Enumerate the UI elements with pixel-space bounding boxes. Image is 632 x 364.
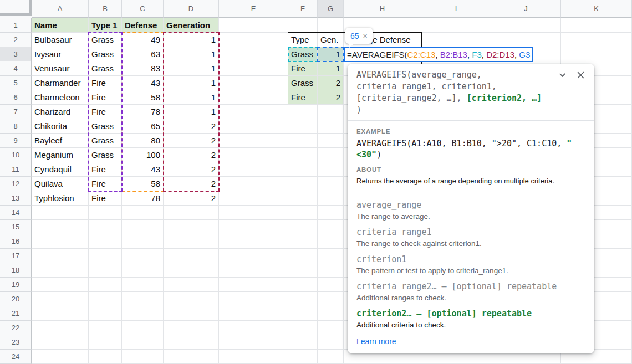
cell-G17[interactable] [318,249,344,263]
row-header-17[interactable]: 17 [0,249,32,263]
cell-D19[interactable] [164,278,219,292]
cell-B24[interactable] [89,350,122,364]
row-header-15[interactable]: 15 [0,220,32,234]
cell-D10[interactable]: 2 [164,148,219,162]
cell-B3[interactable]: Grass [89,47,122,61]
cell-A5[interactable]: Charmander [32,76,89,90]
cell-K3[interactable] [561,47,632,61]
cell-C22[interactable] [122,321,164,335]
cell-F8[interactable] [288,119,318,134]
cell-F17[interactable] [288,249,318,263]
cell-C6[interactable]: 58 [122,90,164,105]
cell-J1[interactable] [491,18,561,33]
cell-E3[interactable] [219,47,288,61]
cell-B13[interactable]: Fire [89,191,122,206]
cell-B9[interactable]: Grass [89,134,122,148]
cell-A18[interactable] [32,263,89,278]
cell-G6[interactable]: 2 [318,90,344,105]
row-header-20[interactable]: 20 [0,292,32,306]
cell-A6[interactable]: Charmeleon [32,90,89,105]
formula-input[interactable]: =AVERAGEIFS(C2:C13, B2:B13, F3, D2:D13, … [344,47,533,62]
cell-A19[interactable] [32,278,89,292]
cell-F20[interactable] [288,292,318,306]
cell-F6[interactable]: Fire [288,90,318,105]
cell-C5[interactable]: 43 [122,76,164,90]
cell-F3[interactable]: Grass [288,47,318,61]
cell-F22[interactable] [288,321,318,335]
cell-A14[interactable] [32,206,89,220]
cell-C11[interactable]: 43 [122,162,164,177]
cell-D23[interactable] [164,335,219,350]
cell-E21[interactable] [219,306,288,321]
cell-E9[interactable] [219,134,288,148]
row-header-14[interactable]: 14 [0,206,32,220]
cell-A22[interactable] [32,321,89,335]
cell-J2[interactable] [491,33,561,47]
cell-D12[interactable]: 2 [164,177,219,191]
cell-E12[interactable] [219,177,288,191]
column-header-B[interactable]: B [89,0,122,18]
cell-G10[interactable] [318,148,344,162]
cell-E24[interactable] [219,350,288,364]
cell-F1[interactable] [288,18,318,33]
cell-B11[interactable]: Fire [89,162,122,177]
cell-E20[interactable] [219,292,288,306]
row-header-16[interactable]: 16 [0,234,32,249]
column-header-D[interactable]: D [164,0,219,18]
cell-E19[interactable] [219,278,288,292]
row-header-12[interactable]: 12 [0,177,32,191]
cell-D4[interactable]: 1 [164,61,219,76]
cell-D8[interactable]: 2 [164,119,219,134]
chevron-down-icon[interactable] [558,70,567,80]
cell-G7[interactable] [318,105,344,119]
cell-F2[interactable]: Type [288,33,318,47]
cell-A12[interactable]: Quilava [32,177,89,191]
row-header-18[interactable]: 18 [0,263,32,278]
cell-F19[interactable] [288,278,318,292]
cell-G12[interactable] [318,177,344,191]
row-header-10[interactable]: 10 [0,148,32,162]
cell-C8[interactable]: 65 [122,119,164,134]
cell-K2[interactable] [561,33,632,47]
cell-B6[interactable]: Fire [89,90,122,105]
column-header-A[interactable]: A [32,0,89,18]
cell-E11[interactable] [219,162,288,177]
cell-G23[interactable] [318,335,344,350]
cell-B23[interactable] [89,335,122,350]
cell-E14[interactable] [219,206,288,220]
cell-D5[interactable]: 1 [164,76,219,90]
row-header-6[interactable]: 6 [0,90,32,105]
cell-B19[interactable] [89,278,122,292]
cell-A4[interactable]: Venusaur [32,61,89,76]
cell-G21[interactable] [318,306,344,321]
row-header-11[interactable]: 11 [0,162,32,177]
cell-E4[interactable] [219,61,288,76]
cell-F5[interactable]: Grass [288,76,318,90]
cell-C17[interactable] [122,249,164,263]
cell-E1[interactable] [219,18,288,33]
row-header-21[interactable]: 21 [0,306,32,321]
row-header-13[interactable]: 13 [0,191,32,206]
cell-I2[interactable] [421,33,491,47]
row-header-19[interactable]: 19 [0,278,32,292]
cell-A9[interactable]: Bayleef [32,134,89,148]
cell-G16[interactable] [318,234,344,249]
cell-G5[interactable]: 2 [318,76,344,90]
cell-G2[interactable]: Gen. [318,33,344,47]
cell-A2[interactable]: Bulbasaur [32,33,89,47]
cell-E5[interactable] [219,76,288,90]
learn-more-link[interactable]: Learn more [356,337,585,346]
cell-B22[interactable] [89,321,122,335]
cell-E8[interactable] [219,119,288,134]
cell-C3[interactable]: 63 [122,47,164,61]
row-header-3[interactable]: 3 [0,47,32,61]
cell-A10[interactable]: Meganium [32,148,89,162]
cell-D16[interactable] [164,234,219,249]
cell-G9[interactable] [318,134,344,148]
cell-D6[interactable]: 1 [164,90,219,105]
cell-D3[interactable]: 1 [164,47,219,61]
cell-B18[interactable] [89,263,122,278]
cell-A7[interactable]: Charizard [32,105,89,119]
cell-E10[interactable] [219,148,288,162]
close-icon[interactable] [576,70,585,80]
